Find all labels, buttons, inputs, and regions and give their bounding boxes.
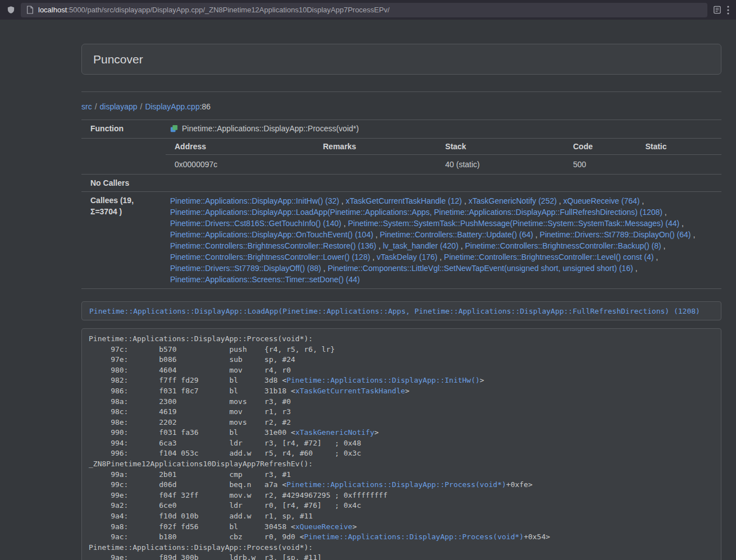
callee-separator: ,: [373, 230, 380, 239]
address-table-row: Address Remarks Stack Code Static 0x0000…: [81, 139, 721, 175]
url-domain: localhost: [38, 6, 67, 14]
callee-separator: ,: [533, 230, 540, 239]
function-row: Function Pinetime::Applications::Display…: [81, 120, 721, 139]
menu-dots-icon[interactable]: [727, 6, 729, 15]
breadcrumb-src-link[interactable]: src: [81, 102, 92, 111]
callee-separator: ,: [437, 253, 444, 261]
callee-separator: ,: [633, 264, 638, 273]
callee-link[interactable]: Pinetime::Controllers::BrightnessControl…: [170, 253, 370, 261]
callee-separator: ,: [341, 219, 348, 228]
breadcrumb-separator: /: [95, 102, 97, 111]
callee-separator: ,: [370, 253, 377, 261]
empty-label-cell: [81, 139, 166, 175]
disassembly-symbol-link[interactable]: xTaskGetCurrentTaskHandle: [295, 387, 405, 395]
callee-separator: ,: [339, 196, 346, 205]
disassembly-symbol-link[interactable]: Pinetime::Applications::DisplayApp::Init…: [286, 376, 479, 384]
callee-link[interactable]: Pinetime::Drivers::St7789::DisplayOn() (…: [540, 230, 691, 239]
disassembly-symbol-link[interactable]: xTaskGenericNotify: [295, 428, 374, 437]
shield-icon[interactable]: [7, 5, 15, 15]
reader-view-icon[interactable]: [713, 6, 721, 14]
callee-separator: ,: [462, 196, 469, 205]
callee-link[interactable]: Pinetime::Applications::Screens::Timer::…: [170, 275, 360, 284]
callees-label: Callees (19, Σ=3704 ): [81, 192, 166, 289]
callee-link[interactable]: Pinetime::Controllers::BrightnessControl…: [444, 253, 653, 261]
page-icon: [26, 6, 34, 14]
address-table-header-row: Address Remarks Stack Code Static: [166, 139, 721, 155]
app-header-panel: Puncover: [81, 44, 721, 75]
callee-link[interactable]: Pinetime::Controllers::BrightnessControl…: [465, 241, 661, 250]
callee-link[interactable]: Pinetime::Components::LittleVgl::SetNewT…: [328, 264, 633, 273]
page-title: Puncover: [93, 53, 710, 66]
callee-link[interactable]: lv_task_handler (420): [383, 241, 459, 250]
symbol-link[interactable]: Pinetime::Applications::DisplayApp::Load…: [89, 307, 700, 315]
callee-link[interactable]: Pinetime::Controllers::Battery::Update()…: [380, 230, 533, 239]
symbol-panel[interactable]: Pinetime::Applications::DisplayApp::Load…: [81, 301, 721, 320]
disassembly-symbol-link[interactable]: Pinetime::Applications::DisplayApp::Proc…: [304, 533, 524, 541]
callee-link[interactable]: Pinetime::Controllers::BrightnessControl…: [170, 241, 376, 250]
callee-link[interactable]: Pinetime::Drivers::St7789::DisplayOff() …: [170, 264, 321, 273]
col-header-remarks: Remarks: [318, 139, 441, 155]
callee-separator: ,: [662, 208, 667, 217]
callee-link[interactable]: xQueueReceive (764): [563, 196, 639, 205]
col-header-static: Static: [641, 139, 721, 155]
callee-separator: ,: [691, 230, 696, 239]
callee-separator: ,: [459, 241, 465, 250]
function-label: Function: [81, 120, 166, 139]
callee-separator: ,: [321, 264, 328, 273]
callee-separator: ,: [557, 196, 564, 205]
callee-separator: ,: [661, 241, 666, 250]
col-header-stack: Stack: [441, 139, 569, 155]
callee-link[interactable]: vTaskDelay (176): [377, 253, 437, 261]
breadcrumb-line-number: :86: [200, 102, 211, 111]
callee-separator: ,: [653, 253, 658, 261]
callee-link[interactable]: Pinetime::Drivers::Cst816S::GetTouchInfo…: [170, 219, 341, 228]
callees-list: Pinetime::Applications::DisplayApp::Init…: [166, 192, 721, 289]
breadcrumb-file-link[interactable]: DisplayApp.cpp: [145, 102, 199, 111]
breadcrumb: src/displayapp/DisplayApp.cpp:86: [81, 101, 721, 112]
callee-link[interactable]: Pinetime::System::SystemTask::PushMessag…: [348, 219, 680, 228]
function-name: Pinetime::Applications::DisplayApp::Proc…: [182, 124, 359, 133]
stack-value: 40 (static): [441, 155, 569, 175]
divider: [81, 91, 721, 92]
url-text: localhost:5000/path/src/displayapp/Displ…: [38, 6, 390, 14]
no-callers-row: No Callers: [81, 175, 721, 192]
no-callers-label: No Callers: [81, 175, 166, 192]
static-value: [641, 155, 721, 175]
col-header-address: Address: [166, 139, 318, 155]
breadcrumb-separator: /: [140, 102, 143, 111]
url-bar[interactable]: localhost:5000/path/src/displayapp/Displ…: [21, 3, 707, 17]
callee-separator: ,: [376, 241, 383, 250]
remarks-value: [318, 155, 441, 175]
code-value: 500: [569, 155, 641, 175]
breadcrumb-displayapp-link[interactable]: displayapp: [100, 102, 138, 111]
main-container: Puncover src/displayapp/DisplayApp.cpp:8…: [81, 44, 721, 560]
callee-link[interactable]: xTaskGenericNotify (252): [468, 196, 556, 205]
callee-link[interactable]: Pinetime::Applications::DisplayApp::Init…: [170, 196, 339, 205]
page-content: Puncover src/displayapp/DisplayApp.cpp:8…: [0, 44, 736, 560]
col-header-code: Code: [569, 139, 641, 155]
function-table: Function Pinetime::Applications::Display…: [81, 120, 721, 289]
disassembly-symbol-link[interactable]: Pinetime::Applications::DisplayApp::Proc…: [286, 480, 506, 489]
url-path: :5000/path/src/displayapp/DisplayApp.cpp…: [67, 6, 390, 14]
callee-link[interactable]: xTaskGetCurrentTaskHandle (12): [346, 196, 462, 205]
function-name-cell: Pinetime::Applications::DisplayApp::Proc…: [166, 120, 721, 139]
address-value: 0x0000097c: [166, 155, 318, 175]
callee-separator: ,: [679, 219, 684, 228]
callee-separator: ,: [639, 196, 644, 205]
disassembly: Pinetime::Applications::DisplayApp::Proc…: [81, 328, 721, 560]
function-icon: [170, 124, 178, 135]
disassembly-symbol-link[interactable]: xQueueReceive: [295, 522, 353, 531]
browser-chrome: localhost:5000/path/src/displayapp/Displ…: [0, 0, 736, 20]
address-data-row: 0x0000097c 40 (static) 500: [166, 155, 721, 175]
callees-row: Callees (19, Σ=3704 ) Pinetime::Applicat…: [81, 192, 721, 289]
callee-link[interactable]: Pinetime::Applications::DisplayApp::OnTo…: [170, 230, 373, 239]
address-table: Address Remarks Stack Code Static 0x0000…: [166, 139, 721, 174]
callee-link[interactable]: Pinetime::Applications::DisplayApp::Load…: [170, 208, 662, 217]
